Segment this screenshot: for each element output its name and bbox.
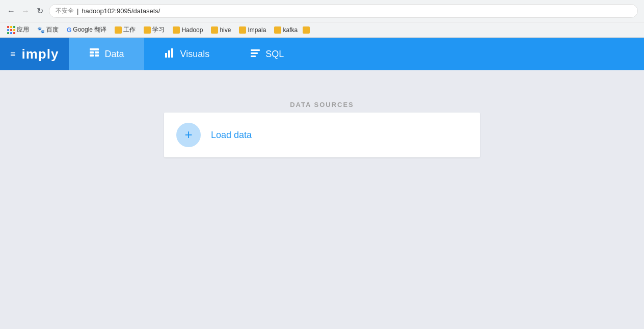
nav-tab-sql[interactable]: SQL [230, 38, 304, 70]
apps-label: 应用 [17, 25, 29, 34]
data-tab-icon [89, 48, 99, 61]
impala-folder-icon [239, 26, 246, 34]
svg-rect-8 [251, 49, 260, 51]
svg-rect-3 [90, 54, 94, 57]
svg-rect-0 [90, 48, 99, 50]
apps-grid-icon [7, 26, 15, 34]
nav-tab-visuals[interactable]: Visuals [144, 38, 230, 70]
visuals-tab-label: Visuals [180, 49, 209, 60]
kafka-folder-icon [274, 26, 281, 34]
address-separator: | [77, 7, 78, 15]
back-button[interactable]: ← [6, 6, 16, 16]
svg-rect-1 [90, 51, 94, 53]
bookmark-hive[interactable]: hive [208, 25, 234, 35]
svg-rect-10 [251, 56, 256, 57]
svg-rect-9 [251, 52, 258, 54]
google-translate-icon: G [67, 26, 71, 34]
visuals-tab-icon [165, 48, 175, 61]
nav-brand: ≡ imply [0, 38, 69, 70]
svg-rect-5 [165, 53, 167, 58]
bookmark-work[interactable]: 工作 [112, 24, 139, 35]
google-translate-label: Google 翻译 [73, 25, 106, 34]
bookmark-hadoop[interactable]: Hadoop [170, 25, 206, 35]
svg-rect-2 [95, 51, 99, 53]
security-badge: 不安全 [56, 7, 74, 15]
kafka-label: kafka [283, 26, 298, 34]
work-label: 工作 [123, 25, 136, 34]
data-tab-label: Data [104, 49, 124, 60]
svg-rect-6 [168, 50, 170, 58]
sql-tab-icon [250, 48, 260, 61]
svg-rect-4 [95, 54, 99, 57]
hadoop-folder-icon [173, 26, 180, 34]
bookmark-baidu[interactable]: 🐾 百度 [34, 24, 62, 35]
app-navbar: ≡ imply Data Visuals [0, 38, 644, 70]
refresh-button[interactable]: ↻ [35, 6, 45, 16]
bookmark-study[interactable]: 学习 [141, 24, 168, 35]
hive-label: hive [220, 26, 231, 34]
baidu-icon: 🐾 [37, 26, 45, 34]
data-sources-panel: DATA SOURCES + Load data [164, 101, 480, 329]
address-bar[interactable]: 不安全 | hadoop102:9095/datasets/ [49, 4, 638, 18]
bookmark-kafka[interactable]: kafka [271, 25, 301, 35]
main-content: DATA SOURCES + Load data [0, 70, 644, 329]
baidu-label: 百度 [46, 25, 59, 34]
brand-name: imply [22, 46, 59, 62]
data-sources-title: DATA SOURCES [164, 101, 480, 108]
bookmarks-bar: 应用 🐾 百度 G Google 翻译 工作 学习 Hadoop hive Im [0, 22, 644, 37]
bookmark-apps[interactable]: 应用 [4, 24, 32, 35]
svg-rect-7 [171, 48, 173, 58]
hamburger-icon[interactable]: ≡ [10, 49, 16, 60]
study-label: 学习 [152, 25, 165, 34]
impala-label: Impala [248, 26, 266, 34]
hive-folder-icon [211, 26, 218, 34]
data-sources-card: + Load data [164, 113, 480, 157]
bookmarks-more-icon [303, 26, 310, 34]
browser-toolbar: ← → ↻ 不安全 | hadoop102:9095/datasets/ [0, 0, 644, 22]
address-text: hadoop102:9095/datasets/ [82, 7, 160, 15]
plus-icon: + [184, 128, 192, 141]
hadoop-label: Hadoop [181, 26, 203, 34]
load-data-row[interactable]: + Load data [164, 113, 480, 157]
forward-button[interactable]: → [20, 6, 31, 16]
work-folder-icon [115, 26, 122, 34]
bookmark-google-translate[interactable]: G Google 翻译 [64, 24, 110, 35]
sql-tab-label: SQL [265, 49, 284, 60]
plus-circle: + [176, 123, 201, 147]
nav-tab-data[interactable]: Data [69, 38, 144, 70]
browser-chrome: ← → ↻ 不安全 | hadoop102:9095/datasets/ 应用 [0, 0, 644, 38]
study-folder-icon [144, 26, 151, 34]
load-data-label: Load data [211, 130, 252, 141]
bookmark-impala[interactable]: Impala [236, 25, 269, 35]
